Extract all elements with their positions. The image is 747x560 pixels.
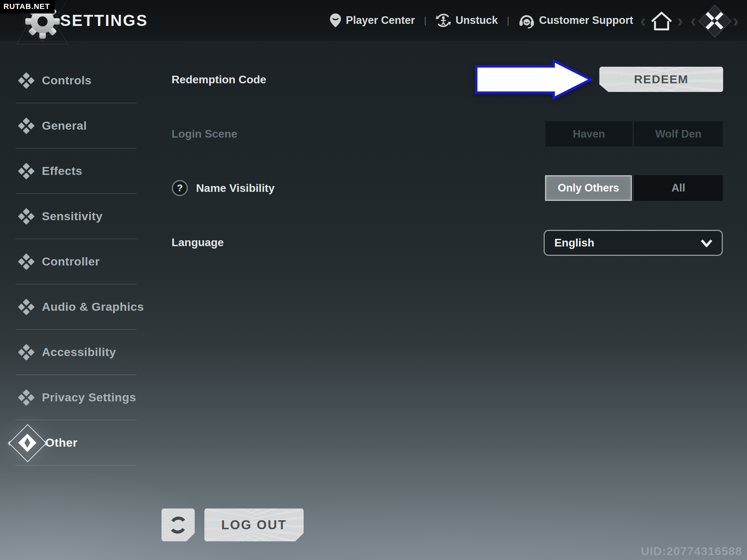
wolf-den-label: Wolf Den bbox=[655, 128, 702, 140]
language-dropdown[interactable]: English bbox=[544, 230, 723, 256]
customer-support-button[interactable]: Customer Support bbox=[518, 12, 633, 29]
customer-support-label: Customer Support bbox=[539, 14, 633, 27]
close-button[interactable]: ‹ › bbox=[687, 4, 742, 37]
sidebar-item-label: Audio & Graphics bbox=[42, 300, 144, 314]
login-scene-wolf-den-button[interactable]: Wolf Den bbox=[634, 121, 723, 147]
diamond-outline bbox=[9, 424, 47, 462]
login-scene-label: Login Scene bbox=[172, 125, 237, 142]
home-button[interactable]: ‹ › bbox=[636, 4, 688, 37]
sidebar-item-audio-graphics[interactable]: Audio & Graphics bbox=[16, 284, 137, 330]
close-icon bbox=[700, 6, 729, 36]
sidebar-item-label: Controls bbox=[42, 74, 92, 87]
refresh-icon bbox=[168, 515, 188, 535]
header-menu: Player Center | Unstuck | bbox=[329, 0, 633, 41]
sidebar-item-label: Effects bbox=[42, 164, 82, 178]
help-glyph: ? bbox=[177, 183, 183, 194]
sidebar: Controls General Effects Sensitivity Con… bbox=[16, 58, 137, 466]
sidebar-item-effects[interactable]: Effects bbox=[16, 149, 137, 194]
diamond-icon bbox=[18, 117, 35, 134]
unstuck-circular-arrows-icon bbox=[435, 12, 451, 28]
name-visibility-all-button[interactable]: All bbox=[634, 175, 723, 201]
menu-divider: | bbox=[423, 15, 427, 26]
sidebar-item-label: Sensitivity bbox=[42, 209, 103, 223]
haven-label: Haven bbox=[573, 128, 605, 140]
unstuck-label: Unstuck bbox=[455, 14, 498, 27]
chevron-down-icon bbox=[700, 239, 713, 247]
sidebar-item-other[interactable]: ‹ › Other bbox=[16, 420, 137, 466]
question-mark-icon[interactable]: ? bbox=[172, 180, 188, 196]
top-bar: SETTINGS Player Center | Un bbox=[0, 0, 747, 41]
sidebar-item-label: Accessibility bbox=[42, 345, 116, 359]
watermark: RUTAB.NET bbox=[0, 0, 55, 13]
diamond-icon bbox=[18, 389, 35, 405]
login-scene-haven-button[interactable]: Haven bbox=[545, 121, 633, 147]
menu-divider: | bbox=[506, 15, 510, 26]
redeem-button-label: REDEEM bbox=[634, 73, 688, 86]
sidebar-item-label: Other bbox=[45, 436, 77, 449]
settings-screen: SETTINGS Player Center | Un bbox=[0, 0, 747, 560]
home-icon bbox=[649, 10, 674, 31]
log-out-button[interactable]: LOG OUT bbox=[204, 508, 304, 541]
refresh-button[interactable] bbox=[162, 508, 195, 541]
uid-text: UID:20774316588 bbox=[641, 544, 742, 558]
diamond-icon bbox=[18, 72, 35, 88]
annotation-arrow bbox=[474, 59, 593, 100]
diamond-icon bbox=[18, 208, 35, 224]
sidebar-item-accessibility[interactable]: Accessibility bbox=[16, 330, 137, 375]
sidebar-item-controller[interactable]: Controller bbox=[16, 239, 137, 284]
unstuck-button[interactable]: Unstuck bbox=[435, 12, 498, 28]
name-visibility-label: Name Visibility bbox=[196, 180, 275, 196]
sidebar-item-label: Controller bbox=[42, 255, 100, 268]
customer-support-headset-icon bbox=[518, 12, 535, 29]
sidebar-item-sensitivity[interactable]: Sensitivity bbox=[16, 194, 137, 239]
chevron-left-icon: ‹ bbox=[637, 10, 649, 31]
player-center-pin-icon bbox=[329, 13, 342, 28]
language-value: English bbox=[545, 236, 700, 249]
selected-diamond-icon: ‹ › bbox=[7, 422, 48, 464]
sidebar-item-label: Privacy Settings bbox=[42, 391, 136, 404]
player-center-label: Player Center bbox=[346, 14, 415, 27]
sidebar-item-label: General bbox=[42, 119, 87, 132]
sidebar-item-privacy-settings[interactable]: Privacy Settings bbox=[16, 375, 137, 420]
sidebar-item-controls[interactable]: Controls bbox=[16, 58, 137, 103]
all-label: All bbox=[672, 182, 685, 194]
player-center-button[interactable]: Player Center bbox=[329, 13, 415, 28]
diamond-icon bbox=[18, 253, 35, 270]
chevron-right-icon: › bbox=[674, 10, 686, 31]
redemption-code-label: Redemption Code bbox=[172, 71, 266, 88]
language-label: Language bbox=[172, 234, 224, 251]
chevron-left-icon: ‹ bbox=[687, 10, 700, 31]
diamond-icon bbox=[18, 298, 35, 315]
page-title: SETTINGS bbox=[60, 0, 148, 41]
name-visibility-only-others-button[interactable]: Only Others bbox=[545, 175, 632, 201]
diamond-icon bbox=[18, 162, 35, 179]
chevron-right-icon: › bbox=[44, 435, 47, 449]
log-out-label: LOG OUT bbox=[221, 518, 287, 532]
redeem-button[interactable]: REDEEM bbox=[599, 67, 723, 92]
diamond-icon bbox=[18, 344, 35, 360]
only-others-label: Only Others bbox=[558, 182, 619, 194]
sidebar-item-general[interactable]: General bbox=[16, 103, 137, 149]
